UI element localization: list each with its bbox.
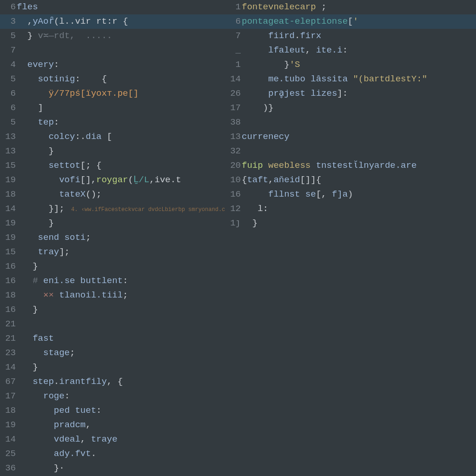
code-line[interactable]: pradcm,	[17, 418, 225, 432]
code-line[interactable]: vofi[],roygar(Ḻ/L,ive.t	[17, 173, 225, 187]
code-line[interactable]: fontevnelecarp ;	[242, 0, 476, 14]
code-line[interactable]: l:	[242, 202, 476, 216]
line-number: 13	[0, 144, 16, 159]
code-line[interactable]: fast	[17, 331, 225, 346]
token-punc: ,	[80, 434, 91, 444]
token-punc	[242, 45, 268, 55]
code-line[interactable]: step.irantfily, {	[17, 375, 225, 389]
code-line[interactable]: }·	[17, 461, 225, 476]
token-punc	[17, 377, 33, 387]
line-number: 12	[225, 202, 241, 216]
code-line[interactable]: ,yAoȓ(l..vir rt:r {	[17, 14, 225, 29]
token-punc: :	[96, 405, 101, 416]
line-number: 67	[0, 375, 16, 389]
code-line[interactable]: fles	[17, 0, 225, 14]
code-line[interactable]: prḁjest lizes]:	[242, 86, 476, 101]
code-line[interactable]: }	[17, 360, 225, 375]
line-number: 6	[225, 14, 241, 29]
code-line[interactable]: fiird.firx	[242, 29, 476, 43]
code-line[interactable]: roge:	[17, 389, 225, 403]
token-prop: send soti	[38, 232, 86, 243]
token-prop: yAoȓ	[33, 16, 54, 26]
code-line[interactable]	[17, 317, 225, 331]
code-line[interactable]: tep:	[17, 115, 225, 130]
code-line[interactable]: ⨯× tlanoil.tiil;	[17, 288, 225, 303]
code-line[interactable]: fuip weebless tnstestῐlnyarde.are	[242, 159, 476, 173]
line-number: 19	[0, 418, 16, 432]
code-line[interactable]: ped tuet:	[17, 403, 225, 418]
code-line[interactable]: }	[242, 216, 476, 231]
token-punc	[17, 189, 59, 199]
code-line[interactable]: every:	[17, 58, 225, 72]
code-line[interactable]: } v≍—rdt, .....	[17, 29, 225, 43]
token-punc: [],	[80, 175, 96, 185]
token-punc	[242, 189, 268, 199]
code-line[interactable]: }	[17, 144, 225, 159]
code-line[interactable]: settot[; {	[17, 159, 225, 173]
token-prop: traye	[91, 434, 118, 444]
code-line[interactable]	[17, 43, 225, 58]
token-punc: }	[17, 218, 54, 228]
line-number: _	[225, 43, 241, 58]
token-prop: me.tubo lâssita	[268, 74, 353, 84]
token-punc	[17, 247, 38, 257]
code-content-right[interactable]: fontevnelecarp ;pontageat-eleptionse[' f…	[242, 0, 476, 231]
token-punc: ,ive.t	[149, 175, 181, 185]
editor-pane-right[interactable]: 167_1142617381332201016121ȷ fontevneleca…	[225, 0, 476, 476]
line-number: 6	[0, 101, 16, 115]
code-line[interactable]: {taft,aňeid[]]{	[242, 173, 476, 187]
token-punc: }	[17, 31, 38, 41]
code-line[interactable]: }	[17, 259, 225, 274]
code-line[interactable]: currenecy	[242, 130, 476, 144]
line-number: 14	[225, 72, 241, 86]
token-punc	[17, 420, 54, 430]
code-line[interactable]: stage;	[17, 346, 225, 360]
token-prop: settot	[48, 160, 80, 171]
code-line[interactable]: tateX();	[17, 187, 225, 202]
line-number: 17	[0, 389, 16, 403]
code-line[interactable]: colcy:.dia [	[17, 130, 225, 144]
code-line[interactable]: # eni.se buttlent:	[17, 274, 225, 288]
line-number: 25	[0, 447, 16, 461]
token-punc: }	[17, 146, 54, 156]
code-line[interactable]: tray];	[17, 245, 225, 259]
token-punc: l:	[242, 204, 268, 214]
code-line[interactable]: ady.fvt.	[17, 447, 225, 461]
token-prop: f]a	[332, 189, 348, 199]
code-line[interactable]: lfaleut, ite.i:	[242, 43, 476, 58]
token-punc: ,	[17, 16, 33, 26]
token-prop: tray	[38, 247, 60, 257]
token-punc: []]{	[300, 175, 321, 185]
code-line[interactable]: ÿ/77pś[ïyoxт.pe[]	[17, 86, 225, 101]
token-punc: }	[242, 218, 258, 228]
line-number: 26	[225, 86, 241, 101]
line-number: 17	[225, 101, 241, 115]
token-key: fles	[17, 2, 38, 12]
token-punc	[17, 160, 48, 171]
code-line[interactable]: }	[17, 216, 225, 231]
code-line[interactable]: }'S	[242, 58, 476, 72]
code-line[interactable]: pontageat-eleptionse['	[242, 14, 476, 29]
code-line[interactable]: fllnst se[, f]a)	[242, 187, 476, 202]
code-line[interactable]: }	[17, 303, 225, 317]
code-line[interactable]: sotinig: {	[17, 72, 225, 86]
code-line[interactable]: }]; 4. ‹ww.ifFacesteckvcar dvdcLbierbp s…	[17, 202, 225, 216]
token-prop: vdeal	[54, 434, 80, 444]
token-punc	[17, 348, 43, 358]
code-line[interactable]: vdeal, traye	[17, 432, 225, 447]
code-line[interactable]: me.tubo lâssita "(bartdlestY:"	[242, 72, 476, 86]
code-content-left[interactable]: fles ,yAoȓ(l..vir rt:r { } v≍—rdt, .....…	[17, 0, 225, 476]
code-line[interactable]	[242, 115, 476, 130]
code-line[interactable]	[242, 144, 476, 159]
code-line[interactable]: )}	[242, 101, 476, 115]
token-str2: weebless	[268, 160, 316, 171]
token-punc: ,	[86, 420, 91, 430]
line-number: 3	[0, 14, 16, 29]
token-punc	[38, 276, 43, 286]
line-number: 1	[225, 58, 241, 72]
token-prop: tateX	[59, 189, 86, 199]
token-punc	[17, 232, 38, 243]
code-line[interactable]: ]	[17, 101, 225, 115]
code-line[interactable]: send soti;	[17, 231, 225, 245]
editor-pane-left[interactable]: 6357456651313151918141919151616181621212…	[0, 0, 225, 476]
